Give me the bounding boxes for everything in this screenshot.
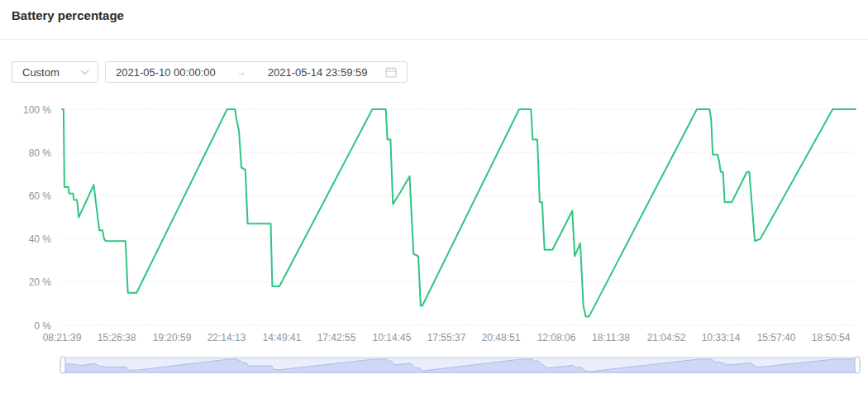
date-range-start[interactable]: 2021-05-10 00:00:00 (116, 66, 216, 79)
x-axis-label: 18:50:54 (812, 332, 851, 343)
y-axis-label: 40 % (29, 233, 52, 245)
x-axis-label: 22:14:13 (207, 332, 246, 343)
y-axis: 100 % 80 % 60 % 40 % 20 % 0 % (23, 104, 51, 332)
calendar-icon[interactable] (385, 66, 397, 78)
y-axis-label: 100 % (23, 104, 51, 116)
x-axis-label: 14:49:41 (263, 332, 302, 343)
x-axis-label: 18:11:38 (592, 332, 630, 343)
date-range-picker[interactable]: 2021-05-10 00:00:00 → 2021-05-14 23:59:5… (105, 61, 408, 83)
y-axis-label: 20 % (29, 276, 52, 288)
range-preset-value: Custom (22, 66, 60, 79)
datazoom-handle-right[interactable] (855, 357, 860, 373)
y-axis-label: 80 % (29, 147, 52, 159)
x-axis-label: 17:55:37 (427, 332, 466, 343)
x-axis-label: 10:33:14 (702, 332, 741, 343)
range-preset-dropdown[interactable]: Custom (12, 61, 98, 83)
chevron-down-icon (80, 70, 89, 75)
filter-bar: Custom 2021-05-10 00:00:00 → 2021-05-14 … (12, 61, 408, 83)
datazoom-handle-left[interactable] (60, 357, 65, 373)
x-axis-label: 20:48:51 (482, 332, 521, 343)
x-axis-label: 19:20:59 (153, 332, 192, 343)
x-axis-label: 12:08:06 (537, 332, 576, 343)
y-axis-label: 60 % (29, 190, 52, 202)
x-axis-label: 15:57:40 (757, 332, 796, 343)
x-axis-label: 08:21:39 (43, 332, 82, 343)
x-axis-label: 17:42:55 (317, 332, 356, 343)
header-divider (0, 39, 868, 40)
x-axis: 08:21:39 15:26:38 19:20:59 22:14:13 14:4… (43, 332, 851, 343)
arrow-right-icon: → (233, 66, 250, 78)
battery-series-line (62, 109, 856, 317)
page-title: Battery percentage (12, 8, 124, 22)
date-range-end[interactable]: 2021-05-14 23:59:59 (268, 66, 368, 79)
datazoom-slider[interactable] (60, 357, 860, 373)
x-axis-label: 15:26:38 (98, 332, 136, 343)
x-axis-label: 21:04:52 (647, 332, 686, 343)
gridlines (62, 109, 857, 325)
battery-chart: 100 % 80 % 60 % 40 % 20 % 0 % 08:21:39 1… (0, 95, 868, 381)
y-axis-label: 0 % (34, 320, 51, 332)
x-axis-label: 10:14:45 (373, 332, 412, 343)
